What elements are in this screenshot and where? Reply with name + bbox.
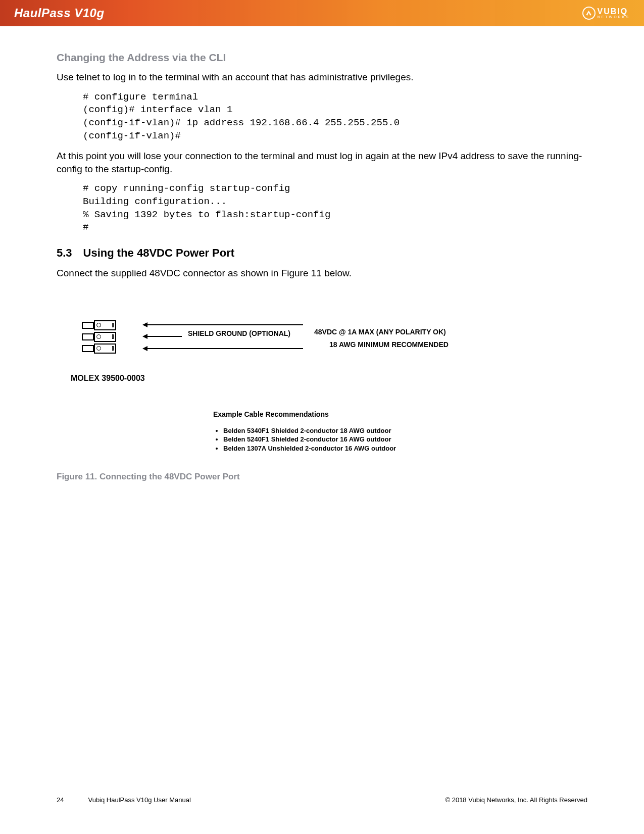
copyright: © 2018 Vubiq Networks, Inc. All Rights R… <box>445 796 587 804</box>
section-number: 5.3 <box>57 247 72 260</box>
spec-voltage: 48VDC @ 1A MAX (ANY POLARITY OK) <box>314 328 446 336</box>
list-item: Belden 5240F1 Shielded 2-conductor 16 AW… <box>223 435 396 444</box>
page-content: Changing the Address via the CLI Use tel… <box>0 26 644 482</box>
vendor-name: VUBIQ <box>598 8 630 16</box>
list-item: Belden 5340F1 Shielded 2-conductor 18 AW… <box>223 426 396 435</box>
page-number: 24 <box>57 796 64 804</box>
vendor-logo: VUBIQ NETWORKS <box>582 7 630 20</box>
doc-title: Vubiq HaulPass V10g User Manual <box>88 796 190 804</box>
paragraph-3: Connect the supplied 48VDC connector as … <box>57 267 587 280</box>
arrow-bottom <box>146 348 303 349</box>
arrow-top <box>146 324 303 325</box>
code-block-1: # configure terminal (config)# interface… <box>57 91 587 143</box>
logo-icon <box>582 7 596 20</box>
recommendations-title: Example Cable Recommendations <box>213 410 329 418</box>
product-title: HaulPass V10g <box>14 6 105 20</box>
header-bar: HaulPass V10g VUBIQ NETWORKS <box>0 0 644 26</box>
section-subtitle: Changing the Address via the CLI <box>57 52 587 64</box>
figure-11: SHIELD GROUND (OPTIONAL) 48VDC @ 1A MAX … <box>57 300 587 462</box>
page-footer: 24 Vubiq HaulPass V10g User Manual © 201… <box>57 796 587 804</box>
shield-label: SHIELD GROUND (OPTIONAL) <box>188 329 290 337</box>
vendor-sub: NETWORKS <box>598 15 630 19</box>
recommendations-list: Belden 5340F1 Shielded 2-conductor 18 AW… <box>213 426 396 453</box>
spec-gauge: 18 AWG MINIMUM RECOMMENDED <box>329 340 449 349</box>
part-number: MOLEX 39500-0003 <box>71 374 145 383</box>
intro-paragraph: Use telnet to log in to the terminal wit… <box>57 71 587 84</box>
connector-diagram <box>82 320 116 354</box>
code-block-2: # copy running-config startup-config Bui… <box>57 182 587 234</box>
list-item: Belden 1307A Unshielded 2-conductor 16 A… <box>223 444 396 453</box>
figure-caption: Figure 11. Connecting the 48VDC Power Po… <box>57 472 587 482</box>
paragraph-2: At this point you will lose your connect… <box>57 150 587 175</box>
arrow-middle <box>146 336 182 337</box>
section-title: Using the 48VDC Power Port <box>83 247 235 260</box>
section-heading: 5.3 Using the 48VDC Power Port <box>57 247 587 260</box>
